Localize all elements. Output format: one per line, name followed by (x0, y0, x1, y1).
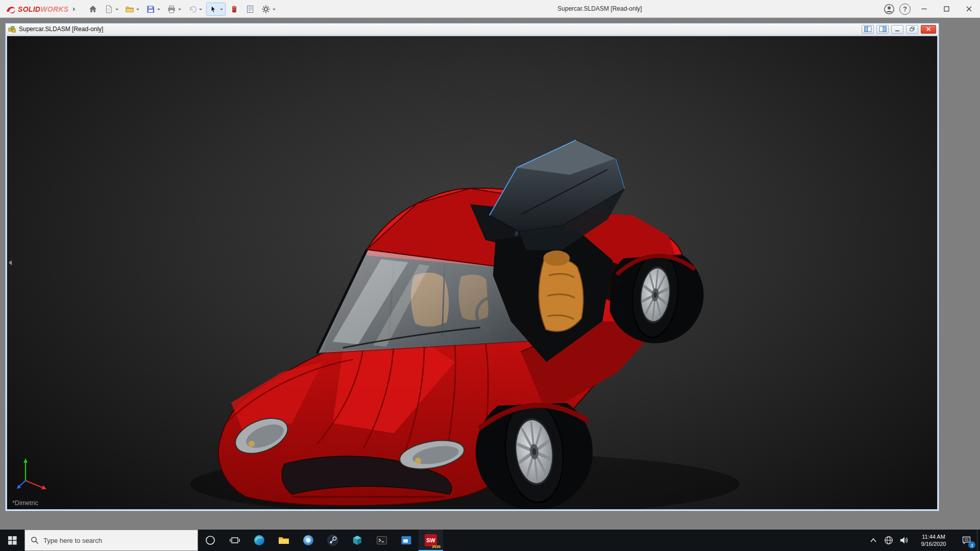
minimize-icon (921, 6, 927, 12)
main-toolbar (86, 2, 278, 16)
supercar-model (7, 36, 937, 509)
taskbar-item-edge[interactable] (247, 530, 272, 551)
notification-badge: 3 (968, 541, 975, 548)
document-window: Supercar.SLDASM [Read-only] (5, 23, 939, 511)
taskbar-item-task-view[interactable] (223, 530, 247, 551)
taskbar-item-steam[interactable] (321, 530, 345, 551)
file-explorer-icon (278, 534, 290, 546)
graphics-viewport[interactable]: *Dimetric (7, 36, 938, 510)
restore-icon (910, 27, 915, 32)
collapse-arrow-icon (9, 260, 12, 265)
terminal-icon (376, 534, 388, 546)
tray-volume[interactable] (896, 530, 912, 551)
tray-show-hidden-icons[interactable] (866, 530, 881, 551)
browser-icon (302, 534, 314, 546)
menu-expand-arrow-icon[interactable] (73, 7, 76, 11)
document-restore-button[interactable] (906, 25, 918, 34)
options-button[interactable] (259, 3, 278, 16)
user-account-button[interactable] (883, 3, 895, 15)
assembly-document-icon (8, 26, 16, 33)
search-placeholder: Type here to search (43, 537, 102, 544)
minimize-button[interactable] (913, 0, 935, 18)
feature-manager-collapse-tab[interactable] (7, 254, 13, 272)
task-pane-icon (246, 5, 255, 14)
tray-time: 11:44 AM (922, 533, 945, 540)
taskbar-search[interactable]: Type here to search (24, 530, 198, 551)
taskbar: Type here to search (0, 530, 980, 551)
tray-clock[interactable]: 11:44 AM 9/16/2020 (912, 530, 955, 551)
search-icon (31, 536, 39, 544)
document-window-controls (862, 25, 936, 34)
help-button[interactable]: ? (899, 4, 911, 15)
document-minimize-button[interactable] (891, 25, 903, 34)
display-pane-button[interactable] (876, 25, 889, 34)
windows-start-icon (8, 536, 17, 545)
chevron-up-icon (869, 536, 877, 544)
tray-action-center[interactable]: 3 (955, 530, 977, 551)
cad-cube-icon (351, 534, 363, 546)
undo-button[interactable] (185, 3, 205, 16)
maximize-icon (944, 6, 949, 12)
close-button[interactable] (958, 0, 980, 18)
tray-network[interactable] (881, 530, 896, 551)
pane-left-icon (864, 26, 872, 32)
print-icon (167, 5, 176, 14)
main-titlebar: SOLIDWORKS (0, 0, 980, 18)
taskbar-item-terminal[interactable] (370, 530, 394, 551)
new-document-button[interactable] (102, 3, 121, 16)
maximize-button[interactable] (935, 0, 958, 18)
system-tray: 11:44 AM 9/16/2020 3 (866, 530, 980, 551)
select-tool-button[interactable] (206, 3, 226, 16)
appearance-button[interactable] (227, 3, 241, 16)
new-document-icon (104, 5, 113, 14)
brand-works: WORKS (40, 5, 68, 13)
document-titlebar[interactable]: Supercar.SLDASM [Read-only] (6, 23, 939, 35)
appearance-cylinder-icon (230, 5, 239, 14)
brand-solid: SOLID (18, 5, 40, 13)
main-window-controls: ? (880, 0, 980, 18)
home-button[interactable] (86, 3, 100, 16)
taskbar-item-cad-viewer[interactable] (345, 530, 370, 551)
view-orientation-label: *Dimetric (12, 499, 38, 507)
undo-icon (188, 5, 197, 14)
start-button[interactable] (0, 530, 24, 551)
task-view-icon (229, 535, 240, 546)
main-window-title: Supercar.SLDASM [Read-only] (286, 0, 914, 18)
ds-logo-icon (5, 5, 16, 14)
document-title: Supercar.SLDASM [Read-only] (19, 26, 103, 33)
taskbar-item-file-explorer[interactable] (272, 530, 296, 551)
select-arrow-icon (209, 5, 218, 14)
steam-icon (327, 534, 339, 546)
solidworks-glyph: SW (426, 537, 435, 543)
save-icon (146, 5, 155, 14)
user-account-icon (884, 4, 895, 15)
solidworks-brand: SOLIDWORKS (5, 0, 76, 18)
home-icon (88, 5, 97, 14)
cortana-icon (205, 535, 216, 546)
document-close-button[interactable] (921, 25, 936, 34)
help-glyph: ? (903, 5, 907, 13)
open-button[interactable] (122, 3, 142, 16)
close-icon (926, 27, 931, 32)
open-folder-icon (125, 5, 134, 14)
task-pane-button[interactable] (243, 3, 257, 16)
feature-pane-button[interactable] (862, 25, 874, 34)
taskbar-item-cortana[interactable] (198, 530, 223, 551)
minimize-icon (895, 27, 900, 32)
edge-icon (253, 534, 265, 546)
show-desktop-button[interactable] (977, 530, 980, 551)
globe-network-icon (884, 536, 893, 545)
taskbar-item-media-app[interactable] (394, 530, 419, 551)
orientation-triad (16, 456, 52, 493)
gear-icon (261, 5, 271, 14)
solidworks-year-label: 2020 (432, 544, 440, 549)
close-icon (966, 6, 972, 12)
pane-right-icon (879, 26, 887, 32)
print-button[interactable] (164, 3, 184, 16)
speaker-icon (899, 536, 909, 545)
media-app-icon (400, 534, 412, 546)
save-button[interactable] (143, 3, 163, 16)
taskbar-item-browser[interactable] (296, 530, 321, 551)
tray-date: 9/16/2020 (921, 540, 946, 547)
taskbar-item-solidworks[interactable]: SW 2020 (419, 530, 443, 551)
